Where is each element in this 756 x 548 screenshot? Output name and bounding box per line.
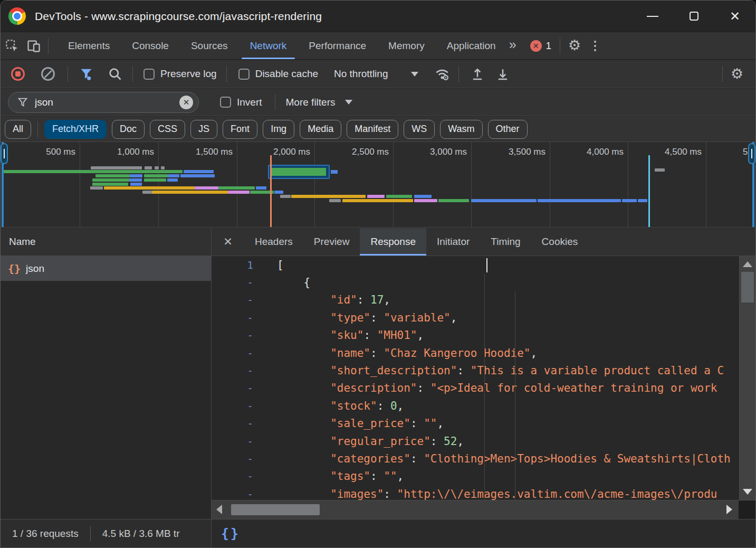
tab-console[interactable]: Console (121, 32, 180, 59)
network-conditions-button[interactable] (431, 63, 453, 84)
line-number[interactable]: 1 (212, 259, 273, 271)
more-tabs-button[interactable]: » (507, 37, 522, 54)
overview-right-handle[interactable] (747, 142, 755, 227)
tab-performance[interactable]: Performance (298, 32, 377, 59)
response-tab-timing[interactable]: Timing (480, 228, 531, 256)
response-tab-response[interactable]: Response (360, 228, 426, 256)
throttling-select[interactable]: No throttling (334, 68, 418, 80)
code-line: - "sku": "MH01", (212, 327, 755, 344)
vertical-scrollbar[interactable] (739, 256, 755, 500)
chip-js[interactable]: JS (190, 120, 217, 139)
response-tab-headers[interactable]: Headers (244, 228, 303, 256)
selected-request-bar (271, 168, 326, 176)
chip-media[interactable]: Media (300, 120, 341, 139)
scroll-left-arrow-icon[interactable] (216, 505, 222, 514)
preserve-log-checkbox[interactable]: Preserve log (143, 68, 217, 80)
fold-marker[interactable]: - (212, 294, 273, 306)
domcontentloaded-marker (270, 155, 272, 227)
timeline-tick-label: 2,000 ms (235, 147, 310, 157)
tab-application[interactable]: Application (436, 32, 507, 59)
close-details-button[interactable]: ✕ (212, 228, 244, 256)
overview-left-handle[interactable] (1, 142, 9, 227)
vertical-scroll-thumb[interactable] (741, 272, 754, 303)
main-menu-button[interactable] (586, 41, 605, 51)
fold-marker[interactable]: - (212, 470, 273, 482)
horizontal-scrollbar[interactable] (212, 500, 755, 519)
error-badge[interactable]: ✕ 1 (530, 40, 552, 52)
fold-marker[interactable]: - (212, 312, 273, 324)
network-settings-button[interactable]: ⚙ (726, 63, 748, 84)
tab-sources[interactable]: Sources (180, 32, 239, 59)
fold-marker[interactable]: - (212, 365, 273, 376)
requests-panel: Name {}json (1, 228, 212, 519)
minimize-button[interactable] (632, 1, 673, 32)
transferred-size: 4.5 kB / 3.6 MB tr (102, 528, 180, 540)
divider (722, 66, 723, 82)
request-list: {}json (1, 256, 211, 281)
device-toolbar-button[interactable] (23, 35, 45, 56)
filter-input[interactable] (35, 97, 179, 108)
waterfall-bar (91, 166, 142, 169)
fold-marker[interactable]: - (212, 329, 273, 341)
export-har-button[interactable] (492, 63, 514, 84)
fold-marker[interactable]: - (212, 277, 273, 288)
fold-marker[interactable]: - (212, 488, 273, 500)
tab-memory[interactable]: Memory (377, 32, 436, 59)
fold-marker[interactable]: - (212, 418, 273, 429)
waterfall-bar (168, 174, 179, 177)
scroll-right-arrow-icon[interactable] (726, 505, 732, 514)
text-cursor (486, 258, 487, 272)
chip-other[interactable]: Other (488, 120, 528, 139)
network-overview[interactable]: 500 ms1,000 ms1,500 ms2,000 ms2,500 ms3,… (1, 142, 755, 228)
maximize-button[interactable] (673, 1, 714, 32)
request-row[interactable]: {}json (1, 256, 211, 281)
chip-fetch-xhr[interactable]: Fetch/XHR (44, 120, 107, 139)
network-toolbar: Preserve log Disable cache No throttling (1, 60, 755, 88)
filter-toggle-button[interactable] (75, 63, 98, 84)
clear-filter-button[interactable]: ✕ (179, 96, 193, 109)
chip-img[interactable]: Img (263, 120, 294, 139)
disable-cache-checkbox[interactable]: Disable cache (238, 68, 318, 80)
response-tab-initiator[interactable]: Initiator (426, 228, 480, 256)
chip-ws[interactable]: WS (404, 120, 435, 139)
fold-marker[interactable]: - (212, 347, 273, 359)
chip-all[interactable]: All (5, 120, 31, 139)
tab-network[interactable]: Network (239, 32, 298, 59)
more-filters-button[interactable]: More filters (286, 97, 352, 108)
record-button[interactable] (11, 67, 25, 81)
name-column-header[interactable]: Name (1, 228, 211, 256)
search-button[interactable] (104, 63, 126, 84)
fold-marker[interactable]: - (212, 436, 273, 447)
horizontal-scroll-thumb[interactable] (231, 504, 320, 515)
chip-manifest[interactable]: Manifest (347, 120, 398, 139)
inspect-element-button[interactable] (1, 35, 23, 56)
scroll-up-arrow-icon[interactable] (743, 261, 752, 267)
indent-guide (484, 274, 485, 500)
clear-button[interactable] (41, 67, 55, 81)
response-tab-preview[interactable]: Preview (303, 228, 360, 256)
chip-doc[interactable]: Doc (112, 120, 145, 139)
chip-wasm[interactable]: Wasm (440, 120, 482, 139)
pretty-print-button[interactable]: {} (221, 526, 240, 541)
chip-css[interactable]: CSS (150, 120, 185, 139)
divider (48, 38, 49, 54)
fold-marker[interactable]: - (212, 400, 273, 412)
code-line: - "type": "variable", (212, 309, 755, 326)
chevron-down-icon (345, 100, 352, 105)
import-har-button[interactable] (466, 63, 489, 84)
fold-marker[interactable]: - (212, 382, 273, 394)
response-body-editor[interactable]: 1[- {- "id": 17,- "type": "variable",- "… (212, 256, 755, 500)
chip-font[interactable]: Font (223, 120, 257, 139)
request-type-chips: AllFetch/XHRDocCSSJSFontImgMediaManifest… (1, 117, 755, 142)
invert-checkbox[interactable]: Invert (220, 97, 262, 108)
response-tab-cookies[interactable]: Cookies (531, 228, 589, 256)
divider (37, 121, 38, 137)
fold-marker[interactable]: - (212, 453, 273, 465)
panel-tabs: ElementsConsoleSourcesNetworkPerformance… (57, 32, 507, 59)
settings-button[interactable]: ⚙ (563, 35, 586, 56)
close-button[interactable]: ✕ (714, 1, 755, 32)
scroll-down-arrow-icon[interactable] (743, 489, 752, 495)
checkbox-icon (238, 69, 250, 80)
title-bar: DevTools - www.scrapingcourse.com/javasc… (1, 1, 755, 32)
tab-elements[interactable]: Elements (57, 32, 121, 59)
